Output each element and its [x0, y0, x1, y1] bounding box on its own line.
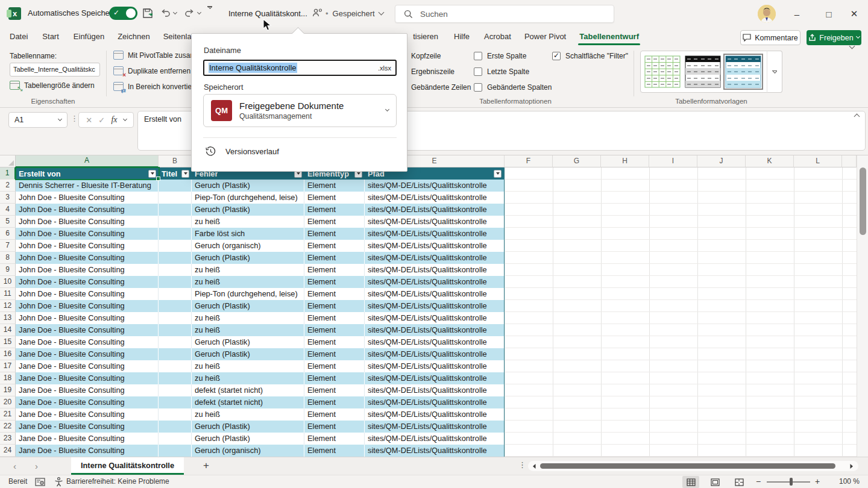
cell[interactable]: John Doe - Bluesite Consulting	[16, 228, 159, 240]
cell[interactable]: sites/QM-DE/Lists/Qualittskontrolle	[365, 433, 505, 445]
summarize-pivottable-button[interactable]: Mit PivotTable zusam	[113, 51, 196, 60]
filename-input[interactable]: Interne Qualitätskontrolle .xlsx	[203, 60, 397, 76]
empty-cells[interactable]	[505, 445, 857, 457]
cell[interactable]	[159, 336, 192, 348]
row-header-4[interactable]: 4	[0, 204, 16, 216]
row-header-3[interactable]: 3	[0, 192, 16, 204]
empty-cells[interactable]	[505, 312, 857, 324]
empty-cells[interactable]	[505, 204, 857, 216]
cell[interactable]: Geruch (Plastik)	[192, 300, 304, 312]
column-header-L[interactable]: L	[794, 155, 842, 167]
cell[interactable]: Element	[304, 348, 365, 360]
cell[interactable]: Jane Doe - Bluesite Consulting	[16, 348, 159, 360]
cell[interactable]: Jane Doe - Bluesite Consulting	[16, 384, 159, 396]
cell[interactable]: defekt (startet nicht)	[192, 396, 304, 408]
cancel-icon[interactable]: ✕	[86, 116, 92, 125]
document-title[interactable]: Interne Qualitätskont...	[228, 9, 307, 18]
cell[interactable]: Element	[304, 324, 365, 336]
cell[interactable]: Jane Doe - Bluesite Consulting	[16, 433, 159, 445]
cell[interactable]: Geruch (Plastik)	[192, 421, 304, 433]
row-header-17[interactable]: 17	[0, 360, 16, 372]
fx-icon[interactable]: fx	[111, 115, 117, 125]
cell[interactable]: John Doe - Bluesite Consulting	[16, 312, 159, 324]
cell[interactable]: zu heiß	[192, 264, 304, 276]
cell[interactable]: Element	[304, 252, 365, 264]
cell[interactable]: sites/QM-DE/Lists/Qualittskontrolle	[365, 204, 505, 216]
tab-hilfe[interactable]: Hilfe	[453, 28, 471, 47]
cell[interactable]: Element	[304, 228, 365, 240]
cell[interactable]: Jane Doe - Bluesite Consulting	[16, 360, 159, 372]
cell[interactable]	[159, 300, 192, 312]
cell[interactable]: Element	[304, 396, 365, 408]
cell[interactable]: John Doe - Bluesite Consulting	[16, 288, 159, 300]
checkbox-kopfzeile[interactable]: Kopfzeile	[411, 52, 441, 60]
checkbox-letzte-spalte[interactable]: Letzte Spalte	[474, 67, 529, 76]
empty-cells[interactable]	[505, 264, 857, 276]
empty-cells[interactable]	[505, 360, 857, 372]
horizontal-scrollbar[interactable]	[528, 461, 858, 471]
autosave-toggle[interactable]: ✓	[109, 7, 137, 20]
page-layout-view-button[interactable]	[706, 476, 723, 488]
checkbox-unchecked-icon[interactable]	[474, 52, 482, 60]
cell[interactable]: Element	[304, 192, 365, 204]
cell[interactable]: Element	[304, 276, 365, 288]
tab-tabellenentwurf[interactable]: Tabellenentwurf	[578, 28, 640, 47]
cell[interactable]: Geruch (Plastik)	[192, 180, 304, 192]
column-header-partial[interactable]	[842, 155, 857, 167]
cell[interactable]: Element	[304, 180, 365, 192]
cell[interactable]: Geruch (Plastik)	[192, 348, 304, 360]
macro-recording-icon[interactable]	[35, 478, 45, 486]
empty-cells[interactable]	[505, 300, 857, 312]
empty-cells[interactable]	[505, 324, 857, 336]
cell[interactable]: zu heiß	[192, 408, 304, 421]
empty-cells[interactable]	[505, 228, 857, 240]
cell[interactable]: Piep-Ton (durchgehend, leise)	[192, 192, 304, 204]
cell[interactable]: Dennis Scherrer - Bluesite IT-Beratung	[16, 180, 159, 192]
share-button[interactable]: Freigeben	[807, 30, 861, 45]
cell[interactable]: Element	[304, 216, 365, 228]
empty-cells[interactable]	[505, 421, 857, 433]
cell[interactable]	[159, 421, 192, 433]
cell[interactable]: Element	[304, 240, 365, 252]
cell[interactable]: Jane Doe - Bluesite Consulting	[16, 408, 159, 421]
empty-cells[interactable]	[505, 408, 857, 421]
row-header-11[interactable]: 11	[0, 288, 16, 300]
checkbox-ergebniszeile[interactable]: Ergebniszeile	[411, 67, 454, 76]
cell[interactable]	[159, 252, 192, 264]
close-button[interactable]: ✕	[840, 0, 868, 28]
search-input[interactable]: Suchen	[395, 5, 614, 23]
cell[interactable]: Element	[304, 336, 365, 348]
cell[interactable]: Element	[304, 360, 365, 372]
cell[interactable]: Element	[304, 204, 365, 216]
minimize-button[interactable]: –	[783, 0, 811, 28]
tab-tisieren[interactable]: tisieren	[412, 28, 439, 47]
cell[interactable]: sites/QM-DE/Lists/Qualittskontrolle	[365, 348, 505, 360]
sheet-options-icon[interactable]: ⋮	[518, 460, 526, 469]
cell[interactable]: John Doe - Bluesite Consulting	[16, 192, 159, 204]
vertical-scroll-thumb[interactable]	[860, 167, 866, 235]
cell[interactable]: Element	[304, 408, 365, 421]
cell[interactable]: sites/QM-DE/Lists/Qualittskontrolle	[365, 252, 505, 264]
sheet-tab-active[interactable]: Interne Qualitätskontrolle	[71, 457, 184, 475]
cell[interactable]: sites/QM-DE/Lists/Qualittskontrolle	[365, 421, 505, 433]
empty-cells[interactable]	[505, 288, 857, 300]
empty-cells[interactable]	[505, 433, 857, 445]
cell[interactable]: Element	[304, 300, 365, 312]
next-sheet-icon[interactable]: ›	[35, 461, 38, 471]
cell[interactable]	[159, 408, 192, 421]
dots-separator[interactable]: ⋮	[71, 114, 78, 123]
cell[interactable]: Jane Doe - Bluesite Consulting	[16, 372, 159, 384]
cell[interactable]: sites/QM-DE/Lists/Qualittskontrolle	[365, 396, 505, 408]
row-header-21[interactable]: 21	[0, 408, 16, 421]
cell[interactable]	[159, 312, 192, 324]
filter-button[interactable]	[494, 170, 502, 178]
gallery-more-button[interactable]	[767, 51, 782, 93]
cell[interactable]: sites/QM-DE/Lists/Qualittskontrolle	[365, 228, 505, 240]
column-header-G[interactable]: G	[553, 155, 601, 167]
cell[interactable]: sites/QM-DE/Lists/Qualittskontrolle	[365, 300, 505, 312]
cell[interactable]: Farbe löst sich	[192, 228, 304, 240]
cell[interactable]: sites/QM-DE/Lists/Qualittskontrolle	[365, 336, 505, 348]
empty-cells[interactable]	[505, 336, 857, 348]
cell[interactable]: John Doe - Bluesite Consulting	[16, 252, 159, 264]
cell[interactable]	[159, 192, 192, 204]
